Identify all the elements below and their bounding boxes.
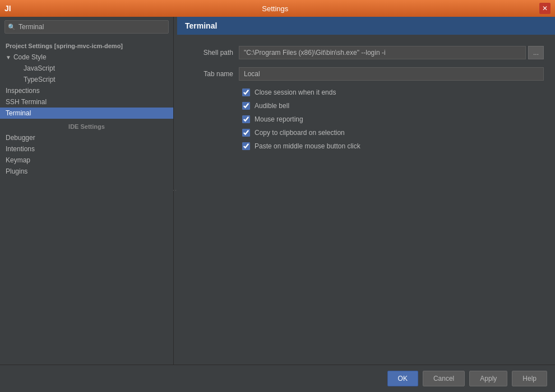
tab-name-row: Tab name	[188, 67, 544, 81]
dialog-footer: OK Cancel Apply Help	[0, 365, 555, 392]
ide-settings-header: IDE Settings	[0, 119, 173, 132]
help-button[interactable]: Help	[512, 371, 547, 386]
shell-path-row: Shell path ...	[188, 46, 544, 59]
copy-clipboard-label[interactable]: Copy to clipboard on selection	[255, 129, 345, 137]
settings-dialog: 🔍 Project Settings [spring-mvc-icm-demo]…	[0, 17, 555, 392]
checkbox-audible-bell: Audible bell	[188, 102, 544, 110]
apply-button[interactable]: Apply	[469, 371, 507, 386]
sidebar-item-ssh-terminal[interactable]: SSH Terminal	[0, 96, 173, 108]
panel-body: Shell path ... Tab name Close s	[177, 35, 555, 365]
sidebar-item-label: SSH Terminal	[6, 98, 47, 106]
toggle-arrow-code-style: ▼	[6, 54, 11, 60]
sidebar-item-debugger[interactable]: Debugger	[0, 132, 173, 143]
shell-path-input-wrap: ...	[239, 46, 544, 59]
shell-path-browse-button[interactable]: ...	[528, 46, 544, 59]
panel-header: Terminal	[177, 17, 555, 35]
sidebar-tree: Project Settings [spring-mvc-icm-demo] ▼…	[0, 37, 173, 365]
close-session-checkbox[interactable]	[242, 88, 250, 96]
main-content: Terminal Shell path ... Tab name	[177, 17, 555, 365]
paste-middle-label[interactable]: Paste on middle mouse button click	[255, 142, 360, 150]
sidebar-item-plugins[interactable]: Plugins	[0, 166, 173, 177]
sidebar-item-label: TypeScript	[24, 76, 55, 83]
tab-name-label: Tab name	[188, 70, 233, 78]
search-input[interactable]	[4, 20, 169, 34]
mouse-reporting-checkbox[interactable]	[242, 115, 250, 123]
sidebar-item-javascript[interactable]: JavaScript	[0, 63, 173, 74]
sidebar-item-typescript[interactable]: TypeScript	[0, 74, 173, 85]
sidebar-item-terminal[interactable]: Terminal	[0, 108, 173, 119]
tab-name-input-wrap	[239, 67, 544, 81]
tab-name-input[interactable]	[239, 67, 544, 81]
close-session-label[interactable]: Close session when it ends	[255, 88, 336, 96]
sidebar-item-label: Keymap	[6, 156, 30, 164]
sidebar-item-inspections[interactable]: Inspections	[0, 85, 173, 96]
cancel-button[interactable]: Cancel	[423, 371, 465, 386]
close-button[interactable]: ✕	[539, 3, 551, 14]
checkbox-paste-middle: Paste on middle mouse button click	[188, 142, 544, 150]
checkbox-close-session: Close session when it ends	[188, 88, 544, 96]
search-box: 🔍	[4, 20, 169, 34]
sidebar-item-code-style[interactable]: ▼ Code Style	[0, 52, 173, 63]
sidebar-item-label: Terminal	[6, 109, 31, 117]
sidebar-item-label: JavaScript	[24, 64, 55, 72]
paste-middle-checkbox[interactable]	[242, 142, 250, 150]
ok-button[interactable]: OK	[387, 371, 418, 386]
search-icon: 🔍	[8, 24, 16, 31]
sidebar-item-intentions[interactable]: Intentions	[0, 143, 173, 155]
sidebar: 🔍 Project Settings [spring-mvc-icm-demo]…	[0, 17, 174, 365]
sidebar-item-label: Code Style	[13, 53, 47, 61]
copy-clipboard-checkbox[interactable]	[242, 129, 250, 137]
checkbox-copy-clipboard: Copy to clipboard on selection	[188, 129, 544, 137]
dialog-content: 🔍 Project Settings [spring-mvc-icm-demo]…	[0, 17, 555, 365]
sidebar-item-label: Plugins	[6, 167, 27, 175]
audible-bell-label[interactable]: Audible bell	[255, 102, 289, 110]
window-title: Settings	[11, 4, 539, 13]
sidebar-item-label: Intentions	[6, 145, 35, 153]
shell-path-label: Shell path	[188, 49, 233, 57]
sidebar-item-keymap[interactable]: Keymap	[0, 155, 173, 166]
audible-bell-checkbox[interactable]	[242, 102, 250, 110]
project-settings-header: Project Settings [spring-mvc-icm-demo]	[0, 39, 173, 52]
title-bar: JI Settings ✕	[0, 0, 555, 17]
sidebar-item-label: Debugger	[6, 134, 35, 142]
sidebar-item-label: Inspections	[6, 87, 40, 95]
shell-path-input[interactable]	[239, 46, 526, 59]
mouse-reporting-label[interactable]: Mouse reporting	[255, 115, 303, 123]
app-icon: JI	[4, 4, 11, 13]
checkbox-mouse-reporting: Mouse reporting	[188, 115, 544, 123]
